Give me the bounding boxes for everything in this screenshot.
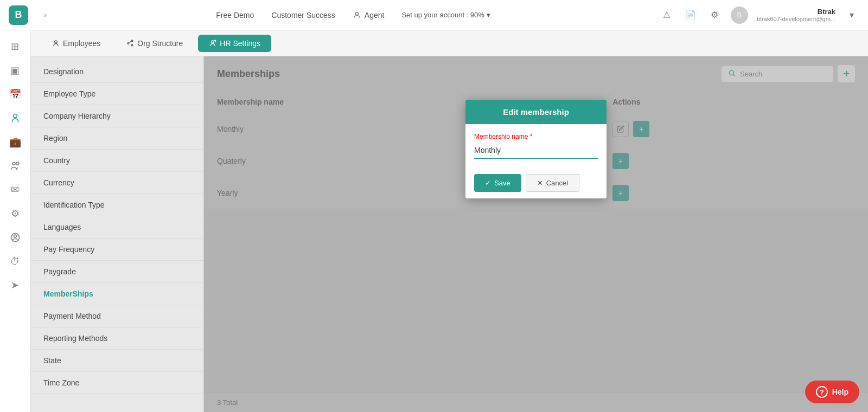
nav-item-employee-type[interactable]: Employee Type: [30, 83, 203, 105]
nav-right: ⚠ 📄 ⚙ B Btrak btrak607-development@gm...…: [659, 7, 859, 24]
edit-membership-modal: Edit membership Membership name * ✓ Save: [465, 100, 607, 198]
required-asterisk: *: [530, 133, 533, 140]
left-nav: Designation Employee Type Company Hierar…: [30, 56, 204, 412]
modal-footer: ✓ Save ✕ Cancel: [465, 168, 607, 198]
help-icon: ?: [816, 386, 828, 398]
send-icon[interactable]: ➤: [5, 275, 25, 295]
svg-point-2: [12, 162, 15, 165]
person-icon[interactable]: [5, 108, 25, 128]
left-sidebar: ⊞ ▣ 📅 💼 ✉ ⚙ ⏱ ➤: [0, 30, 30, 412]
briefcase-icon[interactable]: 💼: [5, 132, 25, 152]
nav-item-currency[interactable]: Currency: [30, 172, 203, 194]
nav-item-languages[interactable]: Languages: [30, 216, 203, 239]
nav-item-reporting-methods[interactable]: Reporting Methods: [30, 327, 203, 350]
svg-point-7: [212, 40, 214, 43]
nav-item-paygrade[interactable]: Paygrade: [30, 261, 203, 283]
nav-item-pay-frequency[interactable]: Pay Frequency: [30, 239, 203, 261]
svg-point-0: [355, 12, 358, 15]
user-email: btrak607-development@gm...: [757, 16, 835, 22]
tab-org-structure[interactable]: Org Structure: [116, 35, 194, 52]
logo[interactable]: B: [9, 5, 28, 25]
x-icon: ✕: [537, 179, 543, 187]
calendar-icon[interactable]: 📅: [5, 85, 25, 104]
nav-item-memberships[interactable]: MemberShips: [30, 283, 203, 305]
user-info: Btrak btrak607-development@gm...: [757, 8, 835, 22]
nav-link-free-demo[interactable]: Free Demo: [216, 11, 254, 20]
tab-hr-settings[interactable]: HR Settings: [198, 35, 271, 52]
nav-link-customer-success[interactable]: Customer Success: [271, 11, 335, 20]
nav-links: Free Demo Customer Success Agent Set up …: [60, 11, 646, 20]
right-content: Memberships + Membership name Actions: [204, 56, 868, 412]
nav-item-country[interactable]: Country: [30, 150, 203, 172]
svg-point-6: [55, 40, 58, 43]
nav-item-region[interactable]: Region: [30, 127, 203, 150]
nav-item-state[interactable]: State: [30, 350, 203, 372]
top-nav: B » Free Demo Customer Success Agent Set…: [0, 0, 868, 30]
main-area: Employees Org Structure HR Settings Desi…: [30, 30, 868, 412]
user-circle-icon[interactable]: [5, 228, 25, 247]
user-name: Btrak: [818, 8, 835, 16]
chevron-down-icon: ▾: [487, 11, 490, 19]
avatar[interactable]: B: [731, 7, 748, 24]
modal-overlay: Edit membership Membership name * ✓ Save: [204, 56, 868, 412]
membership-name-input[interactable]: [474, 143, 598, 159]
tv-icon[interactable]: ▣: [5, 61, 25, 80]
gear-icon[interactable]: ⚙: [5, 204, 25, 223]
expand-icon[interactable]: »: [43, 11, 47, 19]
team-icon[interactable]: [5, 156, 25, 176]
setup-progress-btn[interactable]: Set up your account : 90% ▾: [401, 11, 490, 19]
settings-icon[interactable]: ⚙: [707, 8, 722, 23]
tab-employees[interactable]: Employees: [41, 35, 111, 52]
svg-point-8: [214, 40, 216, 42]
save-button[interactable]: ✓ Save: [474, 174, 521, 192]
nav-link-agent[interactable]: Agent: [353, 11, 385, 20]
cancel-button[interactable]: ✕ Cancel: [526, 174, 579, 192]
nav-item-time-zone[interactable]: Time Zone: [30, 372, 203, 394]
user-dropdown-icon[interactable]: ▾: [844, 8, 859, 23]
nav-item-designation[interactable]: Designation: [30, 61, 203, 83]
nav-item-identification-type[interactable]: Identification Type: [30, 194, 203, 216]
modal-header: Edit membership: [465, 100, 607, 124]
document-icon[interactable]: 📄: [683, 8, 698, 23]
sub-tabs: Employees Org Structure HR Settings: [30, 30, 868, 56]
nav-item-payment-method[interactable]: Payment Method: [30, 305, 203, 327]
svg-point-1: [13, 114, 17, 118]
svg-point-5: [14, 235, 16, 237]
help-button[interactable]: ? Help: [805, 381, 859, 403]
modal-body: Membership name *: [465, 124, 607, 168]
alert-icon[interactable]: ⚠: [659, 8, 674, 23]
clock-icon[interactable]: ⏱: [5, 252, 25, 271]
dashboard-icon[interactable]: ⊞: [5, 37, 25, 56]
field-label: Membership name *: [474, 133, 598, 140]
svg-point-3: [16, 162, 18, 165]
nav-item-company-hierarchy[interactable]: Company Hierarchy: [30, 105, 203, 127]
mail-icon[interactable]: ✉: [5, 180, 25, 199]
content-row: Designation Employee Type Company Hierar…: [30, 56, 868, 412]
checkmark-icon: ✓: [485, 179, 491, 187]
